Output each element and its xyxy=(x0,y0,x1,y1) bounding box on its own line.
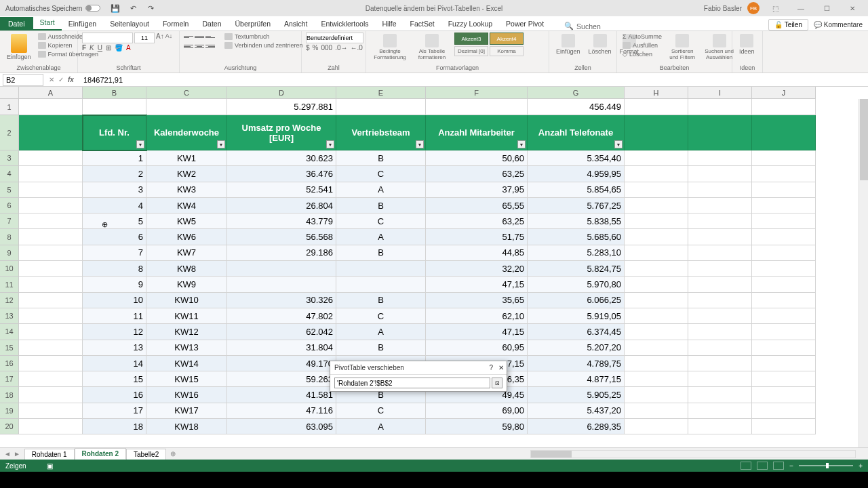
cell[interactable]: 3 xyxy=(83,182,146,198)
cell[interactable] xyxy=(688,293,752,308)
row-header-16[interactable]: 16 xyxy=(0,356,19,371)
row-header-7[interactable]: 7 xyxy=(0,214,19,229)
cell[interactable] xyxy=(688,356,752,371)
cell[interactable] xyxy=(688,229,752,245)
cell[interactable] xyxy=(688,277,752,292)
cell[interactable] xyxy=(227,277,336,292)
cell[interactable]: 35,65 xyxy=(426,293,528,308)
cell[interactable]: 43.779 xyxy=(227,214,336,229)
align-right[interactable] xyxy=(205,42,215,50)
cell[interactable]: 50,60 xyxy=(426,150,528,166)
cell[interactable]: 56.568 xyxy=(227,229,336,245)
header-cell[interactable]: Anzahl Mitarbeiter▼ xyxy=(426,115,528,150)
auto-save-toggle[interactable] xyxy=(85,5,100,12)
zoom-slider[interactable] xyxy=(799,465,853,466)
tab-powerpivot[interactable]: Power Pivot xyxy=(499,17,551,30)
row-header-13[interactable]: 13 xyxy=(0,308,19,324)
cell[interactable] xyxy=(336,261,426,277)
cell[interactable]: 26.804 xyxy=(227,198,336,214)
cell[interactable]: 11 xyxy=(83,308,146,324)
cell[interactable] xyxy=(19,340,83,356)
autosum-button[interactable]: ΣAutoSumme xyxy=(621,33,663,41)
tab-daten[interactable]: Daten xyxy=(195,17,228,30)
normal-view-icon[interactable] xyxy=(741,462,751,470)
row-header-1[interactable]: 1 xyxy=(0,99,19,115)
row-header-14[interactable]: 14 xyxy=(0,324,19,340)
cell[interactable] xyxy=(336,99,426,115)
cell[interactable]: B xyxy=(336,198,426,214)
share-button[interactable]: 🔓 Teilen xyxy=(768,19,808,30)
vertical-scrollbar[interactable] xyxy=(859,99,868,447)
cell[interactable] xyxy=(19,419,83,434)
tab-seitenlayout[interactable]: Seitenlayout xyxy=(103,17,156,30)
cell[interactable]: 65,55 xyxy=(426,198,528,214)
row-header-8[interactable]: 8 xyxy=(0,229,19,245)
cell[interactable] xyxy=(19,356,83,371)
fill-button[interactable]: Ausfüllen xyxy=(621,41,663,49)
cell[interactable] xyxy=(625,277,688,292)
shrink-font-icon[interactable]: A↓ xyxy=(165,33,173,43)
cell[interactable] xyxy=(19,403,83,419)
formula-input[interactable]: 1846721,91 xyxy=(79,76,868,84)
style-akzent4[interactable]: Akzent4 xyxy=(490,33,524,45)
col-header-J[interactable]: J xyxy=(752,87,816,99)
cell[interactable]: 32,20 xyxy=(426,261,528,277)
row-header-17[interactable]: 17 xyxy=(0,371,19,387)
cell[interactable] xyxy=(146,99,227,115)
cell[interactable] xyxy=(625,293,688,308)
name-box[interactable]: B2 xyxy=(3,74,43,86)
cell[interactable]: 63.095 xyxy=(227,419,336,434)
cell[interactable]: 62.042 xyxy=(227,324,336,340)
sort-filter-button[interactable]: Sortieren und Filtern xyxy=(666,33,698,62)
cell[interactable] xyxy=(19,99,83,115)
cell[interactable]: 13 xyxy=(83,340,146,356)
cell[interactable] xyxy=(625,182,688,198)
cell[interactable] xyxy=(688,308,752,324)
cell[interactable]: 29.186 xyxy=(227,245,336,261)
cell[interactable]: KW14 xyxy=(146,356,227,371)
cell[interactable]: 5.283,10 xyxy=(528,245,625,261)
fx-icon[interactable]: fx xyxy=(68,76,74,83)
cell[interactable] xyxy=(752,356,816,371)
cell[interactable] xyxy=(688,245,752,261)
number-format-select[interactable] xyxy=(306,33,363,43)
col-header-F[interactable]: F xyxy=(426,87,528,99)
col-header-B[interactable]: B xyxy=(83,87,146,99)
cell[interactable] xyxy=(752,166,816,182)
tab-ueberpruefen[interactable]: Überprüfen xyxy=(229,17,278,30)
paste-button[interactable]: Einfügen xyxy=(4,33,34,62)
cell[interactable] xyxy=(19,198,83,214)
cell[interactable] xyxy=(752,115,816,150)
filter-icon[interactable]: ▼ xyxy=(517,140,526,148)
cell[interactable]: KW2 xyxy=(146,166,227,182)
col-header-A[interactable]: A xyxy=(19,87,83,99)
cell[interactable] xyxy=(83,99,146,115)
cell[interactable]: 5.685,60 xyxy=(528,229,625,245)
cell[interactable] xyxy=(336,277,426,292)
cell[interactable] xyxy=(625,245,688,261)
cell[interactable] xyxy=(752,214,816,229)
row-header-9[interactable]: 9 xyxy=(0,245,19,261)
sheet-nav-prev-icon[interactable]: ◄ xyxy=(4,450,11,458)
cell[interactable]: 37,95 xyxy=(426,182,528,198)
zoom-out-icon[interactable]: − xyxy=(789,462,793,470)
align-left[interactable] xyxy=(184,42,193,50)
format-as-table-button[interactable]: Als Tabelle formatieren xyxy=(412,33,452,62)
filter-icon[interactable]: ▼ xyxy=(416,140,424,148)
cell[interactable]: B xyxy=(336,245,426,261)
cell[interactable]: B xyxy=(336,293,426,308)
cell[interactable] xyxy=(752,182,816,198)
cell[interactable]: 44,85 xyxy=(426,245,528,261)
file-tab[interactable]: Datei xyxy=(0,17,33,30)
cell[interactable]: 47,15 xyxy=(426,277,528,292)
cell[interactable]: KW10 xyxy=(146,293,227,308)
cell[interactable]: 5.854,65 xyxy=(528,182,625,198)
filter-icon[interactable]: ▼ xyxy=(614,140,623,148)
cell[interactable]: 6 xyxy=(83,229,146,245)
cell[interactable] xyxy=(625,308,688,324)
inc-decimal-icon[interactable]: .0→ xyxy=(335,44,347,52)
cell[interactable] xyxy=(688,403,752,419)
merge-button[interactable]: Verbinden und zentrieren xyxy=(223,41,304,49)
border-button[interactable]: ⊞ xyxy=(106,44,111,52)
tab-entwickler[interactable]: Entwicklertools xyxy=(314,17,375,30)
